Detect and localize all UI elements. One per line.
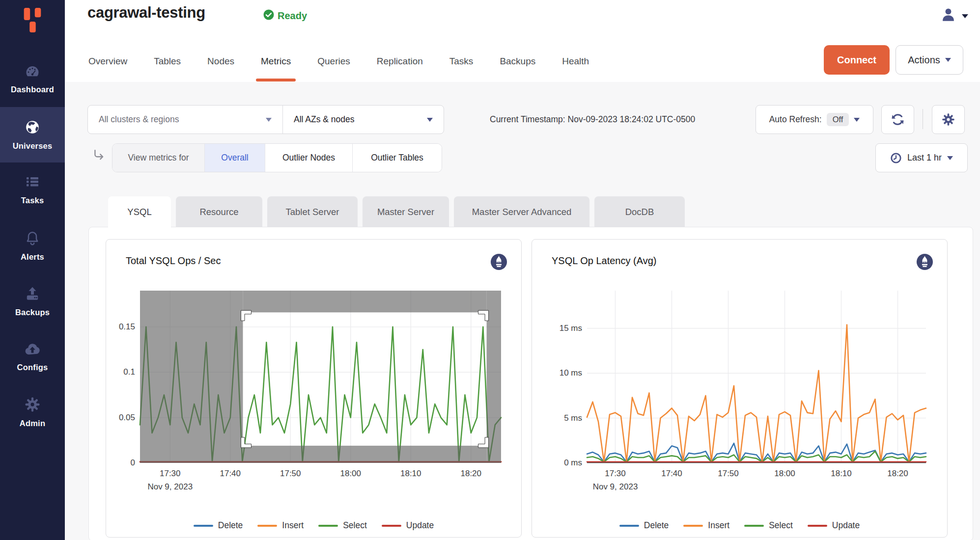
- legend-item-insert[interactable]: Insert: [257, 520, 304, 531]
- chevron-down-icon: [854, 118, 860, 122]
- tab-tasks[interactable]: Tasks: [448, 41, 475, 81]
- backup-upload-icon: [25, 286, 40, 303]
- metrics-filters: All clusters & regions All AZs & nodes: [87, 105, 444, 134]
- current-timestamp: Current Timestamp: Nov-09-2023 18:24:02 …: [490, 114, 695, 125]
- legend-swatch: [382, 525, 401, 527]
- az-nodes-select[interactable]: All AZs & nodes: [283, 106, 444, 134]
- chart-legend: DeleteInsertSelectUpdate: [532, 520, 947, 531]
- chart-title: YSQL Op Latency (Avg): [552, 255, 656, 267]
- legend-item-delete[interactable]: Delete: [619, 520, 669, 531]
- legend-item-delete[interactable]: Delete: [194, 520, 243, 531]
- legend-swatch: [194, 525, 213, 527]
- plot-area[interactable]: [140, 291, 501, 463]
- clusters-regions-select[interactable]: All clusters & regions: [88, 106, 283, 134]
- status-badge: Ready: [263, 9, 307, 23]
- auto-refresh-select[interactable]: Auto Refresh: Off: [756, 105, 873, 134]
- x-axis-tick-label: 17:30: [148, 469, 192, 479]
- tab-nodes[interactable]: Nodes: [206, 41, 235, 81]
- dashboard-icon: [25, 65, 40, 81]
- sidebar-item-alerts[interactable]: Alerts: [0, 218, 65, 273]
- hook-arrow-icon: [92, 149, 105, 163]
- sidebar-item-label: Dashboard: [11, 85, 54, 94]
- refresh-icon: [891, 113, 904, 126]
- metrics-settings-button[interactable]: [932, 105, 965, 134]
- sidebar-item-backups[interactable]: Backups: [0, 273, 65, 329]
- legend-label: Delete: [218, 520, 243, 531]
- sidebar-item-label: Universes: [13, 141, 53, 151]
- actions-button[interactable]: Actions: [896, 45, 963, 75]
- sidebar-item-label: Tasks: [21, 196, 44, 205]
- metric-tab-ysql[interactable]: YSQL: [108, 196, 171, 227]
- gear-icon: [942, 113, 955, 126]
- chart-card-ysql-op-latency: YSQL Op Latency (Avg) 0 ms5 ms10 ms15 ms…: [532, 239, 948, 538]
- user-menu[interactable]: [941, 7, 968, 24]
- legend-item-update[interactable]: Update: [382, 520, 434, 531]
- y-axis-tick-label: 0.05: [98, 413, 135, 423]
- clusters-regions-value: All clusters & regions: [99, 114, 179, 125]
- tab-overview[interactable]: Overview: [87, 41, 128, 81]
- connect-button[interactable]: Connect: [824, 45, 890, 75]
- y-axis-tick-label: 0.15: [98, 322, 135, 332]
- globe-icon: [25, 119, 40, 137]
- time-range-select[interactable]: Last 1 hr: [875, 143, 968, 172]
- tab-metrics[interactable]: Metrics: [260, 41, 292, 81]
- selection-corner-bracket[interactable]: [241, 310, 251, 321]
- tab-queries[interactable]: Queries: [316, 41, 351, 81]
- selection-corner-bracket[interactable]: [478, 437, 489, 448]
- sidebar-item-universes[interactable]: Universes: [0, 107, 65, 162]
- yugabyte-logo-glyph: [20, 6, 45, 34]
- refresh-button[interactable]: [881, 105, 914, 134]
- selection-corner-bracket[interactable]: [478, 310, 489, 321]
- tab-tables[interactable]: Tables: [153, 41, 182, 81]
- sidebar-item-configs[interactable]: Configs: [0, 329, 65, 384]
- chevron-down-icon: [945, 58, 951, 62]
- x-axis-tick-label: 18:00: [763, 469, 807, 479]
- view-option-outlier-nodes[interactable]: Outlier Nodes: [265, 144, 352, 172]
- x-axis-date-label: Nov 9, 2023: [576, 482, 655, 492]
- y-axis-tick-label: 10 ms: [545, 368, 582, 378]
- metric-tab-docdb[interactable]: DocDB: [594, 196, 685, 227]
- legend-label: Insert: [282, 520, 304, 531]
- metric-tab-resource[interactable]: Resource: [176, 196, 262, 227]
- auto-refresh-label: Auto Refresh:: [769, 114, 822, 125]
- auto-refresh-value: Off: [827, 113, 849, 126]
- legend-swatch: [744, 525, 764, 527]
- view-option-overall[interactable]: Overall: [204, 144, 265, 172]
- yugabyte-logo-icon[interactable]: [0, 6, 65, 34]
- sidebar: Dashboard Universes Tasks Alerts: [0, 0, 65, 540]
- sidebar-item-label: Configs: [17, 363, 48, 372]
- y-axis-tick-label: 0 ms: [545, 458, 582, 468]
- metric-tab-tablet-server[interactable]: Tablet Server: [267, 196, 358, 227]
- view-option-outlier-tables[interactable]: Outlier Tables: [352, 144, 442, 172]
- chevron-down-icon: [962, 11, 968, 20]
- view-metrics-for-label: View metrics for: [112, 144, 204, 172]
- legend-item-update[interactable]: Update: [808, 520, 860, 531]
- metric-tab-master-server-advanced[interactable]: Master Server Advanced: [454, 196, 589, 227]
- tab-backups[interactable]: Backups: [499, 41, 536, 81]
- sidebar-item-admin[interactable]: Admin: [0, 384, 65, 440]
- tab-replication[interactable]: Replication: [376, 41, 424, 81]
- selection-corner-bracket[interactable]: [241, 437, 251, 448]
- x-axis-tick-label: 18:10: [389, 469, 433, 479]
- chevron-down-icon: [427, 118, 433, 122]
- toolbar-divider: [923, 109, 923, 129]
- sidebar-item-dashboard[interactable]: Dashboard: [0, 52, 65, 107]
- prometheus-icon[interactable]: [490, 253, 507, 272]
- legend-item-insert[interactable]: Insert: [683, 520, 729, 531]
- metric-tab-master-server[interactable]: Master Server: [363, 196, 449, 227]
- legend-item-select[interactable]: Select: [318, 520, 367, 531]
- tab-health[interactable]: Health: [561, 41, 590, 81]
- legend-swatch: [808, 525, 827, 527]
- x-axis-tick-label: 17:40: [208, 469, 252, 479]
- sidebar-nav: Dashboard Universes Tasks Alerts: [0, 52, 65, 440]
- sidebar-item-label: Backups: [15, 308, 50, 317]
- sidebar-item-tasks[interactable]: Tasks: [0, 162, 65, 218]
- chart-card-total-ysql-ops: Total YSQL Ops / Sec 00.050.10.1517:30No…: [106, 239, 522, 538]
- x-axis-tick-label: 17:40: [650, 469, 694, 479]
- plot-area[interactable]: [587, 291, 926, 463]
- legend-item-select[interactable]: Select: [744, 520, 793, 531]
- legend-label: Select: [343, 520, 367, 531]
- legend-label: Update: [406, 520, 434, 531]
- chevron-down-icon: [266, 118, 272, 122]
- prometheus-icon[interactable]: [916, 253, 933, 272]
